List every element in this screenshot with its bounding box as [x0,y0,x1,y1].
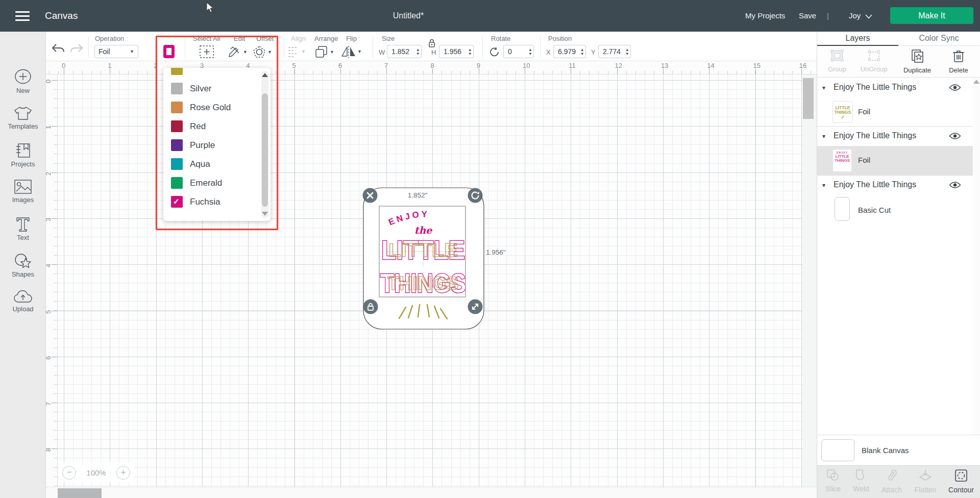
account-name: Joy [849,0,861,32]
my-projects-link[interactable]: My Projects [745,0,785,32]
selected-design[interactable]: ENJOY the LITTLE LITTLE THINGS THINGS 1.… [356,185,509,334]
horizontal-scrollbar-thumb[interactable] [58,488,102,498]
artwork-word-the: the [414,225,433,236]
layer-actions-bar: Group UnGroup Duplicate Delete [817,46,980,78]
vertical-scrollbar-thumb[interactable] [803,78,814,119]
visibility-eye-icon[interactable] [949,132,961,140]
svg-text:LITTLE: LITTLE [388,239,458,261]
position-x-stepper[interactable]: ▲▼ [579,45,585,58]
align-menu-button[interactable]: ▼ [287,46,306,57]
operation-dropdown[interactable]: Foil ▼ [94,45,138,58]
color-picker-dropdown: SilverRose GoldRedPurpleAquaEmerald✓Fuch… [163,68,271,221]
visibility-eye-icon[interactable] [949,181,961,189]
position-x-input[interactable] [554,45,579,58]
h-ruler-number: 13 [661,62,668,69]
layer-row-foil-pink-selected[interactable]: ENJOYLITTLETHINGS Foil [817,146,973,175]
color-option-aqua[interactable]: Aqua [171,158,210,170]
contour-button[interactable]: Contour [945,469,977,494]
rotate-input[interactable] [504,45,527,58]
delete-button[interactable]: Delete [944,49,973,74]
select-all-label: Select All [193,35,220,42]
scroll-up-arrow[interactable] [973,80,979,84]
rotate-handle[interactable] [468,188,483,203]
sidebar-item-upload[interactable]: Upload [0,290,46,313]
flip-label: Flip [346,35,357,42]
ungroup-button[interactable]: UnGroup [857,49,891,73]
group-button[interactable]: Group [824,49,850,73]
color-option-rose-gold[interactable]: Rose Gold [171,102,231,113]
slice-button[interactable]: Slice [821,469,845,493]
delete-handle[interactable] [363,188,378,203]
lock-aspect-icon[interactable] [426,38,438,49]
resize-handle[interactable] [468,300,483,314]
sidebar-item-templates[interactable]: Templates [0,106,46,130]
save-link[interactable]: Save [799,0,816,32]
position-y-stepper[interactable]: ▲▼ [624,45,630,58]
zoom-in-button[interactable]: + [116,466,130,480]
h-ruler-number: 2 [154,62,158,69]
color-option-label: Red [190,121,206,132]
undo-icon[interactable] [51,43,65,55]
sidebar-item-projects[interactable]: Projects [0,143,46,168]
arrange-icon [314,45,329,59]
width-input[interactable] [387,45,414,58]
layer-group-header[interactable]: ▾ Enjoy The Little Things [817,78,973,98]
sidebar-item-images[interactable]: Images [0,180,46,204]
select-all-icon[interactable] [199,45,214,59]
color-option-label: Purple [190,140,215,151]
duplicate-button[interactable]: Duplicate [899,49,936,74]
sidebar-item-new[interactable]: New [0,68,46,94]
tshirt-icon [14,106,32,120]
layer-row-foil-gold[interactable]: LITTLETHINGS⁄⁄⁄ Foil [817,98,973,126]
rotate-stepper[interactable]: ▲▼ [527,45,533,58]
offset-menu-button[interactable]: ▼ [252,45,272,59]
sidebar-item-shapes[interactable]: Shapes [0,253,46,278]
color-option-purple[interactable]: Purple [171,139,215,151]
height-input[interactable] [439,45,467,58]
color-option-silver[interactable]: Silver [171,83,212,94]
collapse-caret-icon[interactable]: ▾ [822,133,825,140]
tab-color-sync[interactable]: Color Sync [898,32,979,46]
color-option-emerald[interactable]: Emerald [171,177,222,189]
account-menu[interactable]: Joy [849,0,872,32]
color-picker-scrollbar-thumb[interactable] [262,93,268,207]
vertical-scrollbar [802,74,817,487]
color-option-fuchsia[interactable]: ✓Fuchsia [171,196,220,208]
layer-group-header[interactable]: ▾ Enjoy The Little Things [817,127,973,146]
color-option-red[interactable]: Red [171,120,206,132]
blank-canvas-swatch[interactable] [821,439,854,461]
width-stepper[interactable]: ▲▼ [414,45,421,58]
collapse-caret-icon[interactable]: ▾ [822,182,825,189]
y-field-label: Y [591,48,596,56]
visibility-eye-icon[interactable] [949,84,961,92]
make-it-button[interactable]: Make It [890,7,973,24]
collapse-caret-icon[interactable]: ▾ [822,84,825,91]
ungroup-icon [867,49,880,62]
sidebar-item-text[interactable]: Text [0,216,46,241]
chevron-down-icon: ▼ [301,49,306,54]
color-swatch-partial[interactable] [171,68,183,75]
rotate-icon[interactable] [489,46,500,58]
flip-menu-button[interactable]: ▼ [341,45,362,58]
scroll-up-arrow[interactable] [262,73,268,77]
position-y-input[interactable] [599,45,624,58]
zoom-out-button[interactable]: − [62,466,76,480]
height-stepper[interactable]: ▲▼ [467,45,473,58]
blank-canvas-label: Blank Canvas [862,435,909,466]
attach-button[interactable]: Attach [877,469,906,494]
edit-menu-button[interactable]: ▼ [228,45,248,59]
tab-layers[interactable]: Layers [817,32,898,46]
layer-group-header[interactable]: ▾ Enjoy The Little Things [817,176,973,195]
height-input-group: ▲▼ [439,45,474,58]
arrange-menu-button[interactable]: ▼ [314,45,334,59]
horizontal-scrollbar [46,487,817,498]
redo-icon[interactable] [69,43,84,55]
flatten-button[interactable]: Flatten [910,469,941,494]
offset-icon [252,45,266,59]
weld-button[interactable]: Weld [849,469,873,493]
h-ruler-number: 6 [338,62,342,69]
layer-color-swatch-button[interactable] [163,45,175,58]
lock-handle[interactable] [363,300,378,314]
layer-row-basic-cut[interactable]: Basic Cut [817,195,973,226]
scroll-down-arrow[interactable] [262,212,268,216]
